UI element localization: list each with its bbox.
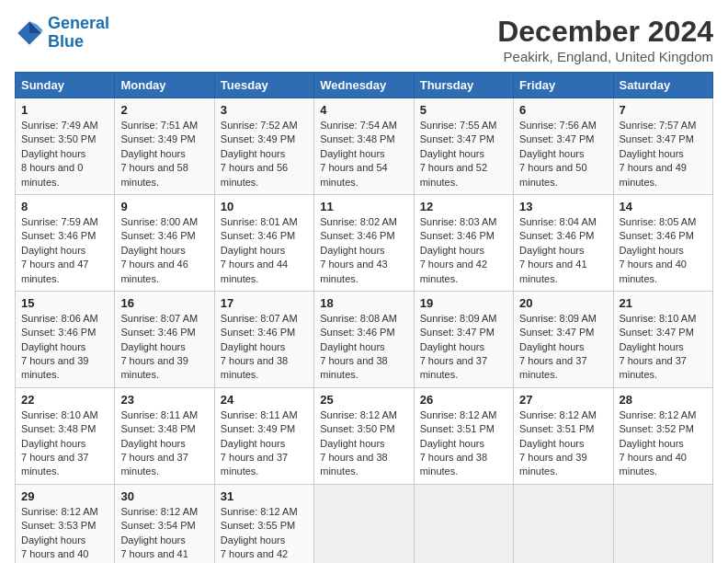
day-info: Sunrise: 7:54 AMSunset: 3:48 PMDaylight … (320, 119, 407, 190)
weekday-header-saturday: Saturday (613, 73, 712, 98)
day-info: Sunrise: 8:03 AMSunset: 3:46 PMDaylight … (420, 215, 507, 286)
calendar-cell: 6Sunrise: 7:56 AMSunset: 3:47 PMDaylight… (514, 98, 613, 195)
calendar-cell: 5Sunrise: 7:55 AMSunset: 3:47 PMDaylight… (414, 98, 513, 195)
day-number: 31 (221, 489, 308, 503)
day-info: Sunrise: 8:12 AMSunset: 3:53 PMDaylight … (21, 505, 108, 563)
day-info: Sunrise: 7:55 AMSunset: 3:47 PMDaylight … (420, 119, 507, 190)
calendar-cell: 17Sunrise: 8:07 AMSunset: 3:46 PMDayligh… (214, 291, 313, 387)
day-number: 11 (320, 200, 407, 213)
day-info: Sunrise: 8:09 AMSunset: 3:47 PMDaylight … (519, 312, 607, 383)
day-info: Sunrise: 8:06 AMSunset: 3:46 PMDaylight … (21, 312, 108, 383)
day-number: 15 (21, 296, 108, 310)
day-number: 12 (420, 200, 507, 213)
weekday-header-row: SundayMondayTuesdayWednesdayThursdayFrid… (16, 73, 713, 98)
day-info: Sunrise: 8:00 AMSunset: 3:46 PMDaylight … (120, 215, 208, 286)
day-number: 29 (21, 489, 108, 503)
calendar-cell: 12Sunrise: 8:03 AMSunset: 3:46 PMDayligh… (414, 194, 513, 291)
calendar-cell: 28Sunrise: 8:12 AMSunset: 3:52 PMDayligh… (613, 387, 712, 484)
calendar-cell: 30Sunrise: 8:12 AMSunset: 3:54 PMDayligh… (115, 484, 214, 563)
calendar-cell: 22Sunrise: 8:10 AMSunset: 3:48 PMDayligh… (16, 387, 115, 484)
logo-line2: Blue (48, 32, 84, 51)
calendar-cell: 26Sunrise: 8:12 AMSunset: 3:51 PMDayligh… (414, 387, 513, 484)
day-number: 14 (620, 200, 707, 213)
weekday-header-sunday: Sunday (16, 73, 115, 98)
calendar-cell: 2Sunrise: 7:51 AMSunset: 3:49 PMDaylight… (115, 98, 214, 195)
day-number: 23 (120, 393, 208, 407)
calendar-week-4: 22Sunrise: 8:10 AMSunset: 3:48 PMDayligh… (16, 387, 713, 484)
calendar-cell: 9Sunrise: 8:00 AMSunset: 3:46 PMDaylight… (115, 194, 214, 291)
day-number: 1 (21, 103, 108, 117)
calendar-cell: 8Sunrise: 7:59 AMSunset: 3:46 PMDaylight… (16, 194, 115, 291)
calendar-cell: 11Sunrise: 8:02 AMSunset: 3:46 PMDayligh… (314, 194, 414, 291)
calendar-cell: 10Sunrise: 8:01 AMSunset: 3:46 PMDayligh… (214, 194, 313, 291)
calendar-cell: 25Sunrise: 8:12 AMSunset: 3:50 PMDayligh… (314, 387, 414, 484)
day-number: 21 (620, 296, 707, 310)
calendar-week-2: 8Sunrise: 7:59 AMSunset: 3:46 PMDaylight… (16, 194, 713, 291)
calendar-cell (414, 484, 513, 563)
calendar-cell (314, 484, 414, 563)
day-number: 19 (420, 296, 507, 310)
day-info: Sunrise: 8:11 AMSunset: 3:48 PMDaylight … (120, 408, 208, 479)
calendar-cell: 20Sunrise: 8:09 AMSunset: 3:47 PMDayligh… (514, 291, 613, 387)
calendar-cell: 31Sunrise: 8:12 AMSunset: 3:55 PMDayligh… (214, 484, 313, 563)
calendar-cell (514, 484, 613, 563)
calendar-cell: 3Sunrise: 7:52 AMSunset: 3:49 PMDaylight… (214, 98, 313, 195)
day-number: 6 (519, 103, 607, 117)
day-info: Sunrise: 8:11 AMSunset: 3:49 PMDaylight … (221, 408, 308, 479)
day-info: Sunrise: 8:07 AMSunset: 3:46 PMDaylight … (120, 312, 208, 383)
day-number: 27 (519, 393, 607, 407)
calendar-cell: 16Sunrise: 8:07 AMSunset: 3:46 PMDayligh… (115, 291, 214, 387)
logo-text: General Blue (48, 15, 109, 52)
day-number: 30 (120, 489, 208, 503)
day-info: Sunrise: 7:56 AMSunset: 3:47 PMDaylight … (519, 119, 607, 190)
calendar-cell: 7Sunrise: 7:57 AMSunset: 3:47 PMDaylight… (613, 98, 712, 195)
calendar-cell: 27Sunrise: 8:12 AMSunset: 3:51 PMDayligh… (514, 387, 613, 484)
day-info: Sunrise: 8:02 AMSunset: 3:46 PMDaylight … (320, 215, 407, 286)
day-info: Sunrise: 7:49 AMSunset: 3:50 PMDaylight … (21, 119, 108, 190)
day-info: Sunrise: 8:12 AMSunset: 3:51 PMDaylight … (519, 408, 607, 479)
calendar-cell: 1Sunrise: 7:49 AMSunset: 3:50 PMDaylight… (16, 98, 115, 195)
weekday-header-friday: Friday (514, 73, 613, 98)
calendar-cell (613, 484, 712, 563)
day-info: Sunrise: 7:59 AMSunset: 3:46 PMDaylight … (21, 215, 108, 286)
logo-icon (15, 18, 44, 48)
weekday-header-thursday: Thursday (414, 73, 513, 98)
day-info: Sunrise: 8:10 AMSunset: 3:47 PMDaylight … (620, 312, 707, 383)
day-info: Sunrise: 8:12 AMSunset: 3:51 PMDaylight … (420, 408, 507, 479)
calendar-table: SundayMondayTuesdayWednesdayThursdayFrid… (15, 72, 713, 563)
day-number: 10 (221, 200, 308, 213)
weekday-header-wednesday: Wednesday (314, 73, 414, 98)
title-block: December 2024 Peakirk, England, United K… (497, 15, 713, 64)
day-number: 26 (420, 393, 507, 407)
calendar-cell: 15Sunrise: 8:06 AMSunset: 3:46 PMDayligh… (16, 291, 115, 387)
day-number: 13 (519, 200, 607, 213)
day-number: 28 (620, 393, 707, 407)
day-number: 5 (420, 103, 507, 117)
day-info: Sunrise: 8:01 AMSunset: 3:46 PMDaylight … (221, 215, 308, 286)
logo: General Blue (15, 15, 109, 52)
day-number: 24 (221, 393, 308, 407)
day-info: Sunrise: 8:05 AMSunset: 3:46 PMDaylight … (620, 215, 707, 286)
day-number: 25 (320, 393, 407, 407)
calendar-cell: 19Sunrise: 8:09 AMSunset: 3:47 PMDayligh… (414, 291, 513, 387)
day-info: Sunrise: 8:12 AMSunset: 3:55 PMDaylight … (221, 505, 308, 563)
day-number: 22 (21, 393, 108, 407)
calendar-cell: 21Sunrise: 8:10 AMSunset: 3:47 PMDayligh… (613, 291, 712, 387)
day-info: Sunrise: 7:52 AMSunset: 3:49 PMDaylight … (221, 119, 308, 190)
day-info: Sunrise: 7:57 AMSunset: 3:47 PMDaylight … (620, 119, 707, 190)
calendar-week-1: 1Sunrise: 7:49 AMSunset: 3:50 PMDaylight… (16, 98, 713, 195)
day-info: Sunrise: 8:04 AMSunset: 3:46 PMDaylight … (519, 215, 607, 286)
day-info: Sunrise: 8:12 AMSunset: 3:52 PMDaylight … (620, 408, 707, 479)
day-number: 7 (620, 103, 707, 117)
day-number: 3 (221, 103, 308, 117)
day-number: 8 (21, 200, 108, 213)
calendar-cell: 24Sunrise: 8:11 AMSunset: 3:49 PMDayligh… (214, 387, 313, 484)
month-title: December 2024 (497, 15, 713, 49)
day-info: Sunrise: 8:10 AMSunset: 3:48 PMDaylight … (21, 408, 108, 479)
day-info: Sunrise: 8:09 AMSunset: 3:47 PMDaylight … (420, 312, 507, 383)
day-number: 9 (120, 200, 208, 213)
day-info: Sunrise: 8:12 AMSunset: 3:54 PMDaylight … (120, 505, 208, 563)
logo-line1: General (48, 14, 109, 32)
calendar-cell: 14Sunrise: 8:05 AMSunset: 3:46 PMDayligh… (613, 194, 712, 291)
weekday-header-monday: Monday (115, 73, 214, 98)
